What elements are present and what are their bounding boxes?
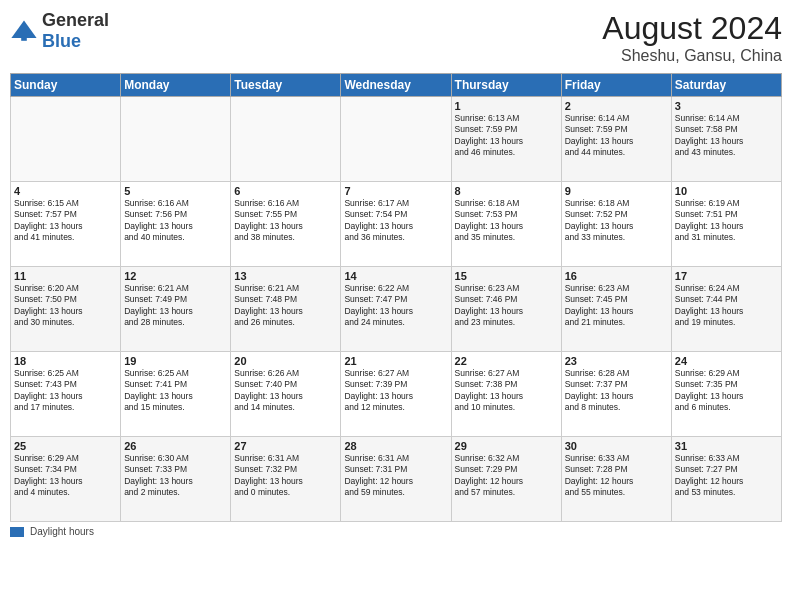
day-info: Sunrise: 6:24 AM Sunset: 7:44 PM Dayligh… [675,283,778,329]
header: General Blue August 2024 Sheshu, Gansu, … [10,10,782,65]
calendar-cell: 25Sunrise: 6:29 AM Sunset: 7:34 PM Dayli… [11,437,121,522]
day-info: Sunrise: 6:16 AM Sunset: 7:56 PM Dayligh… [124,198,227,244]
day-number: 9 [565,185,668,197]
location: Sheshu, Gansu, China [602,47,782,65]
calendar-cell: 15Sunrise: 6:23 AM Sunset: 7:46 PM Dayli… [451,267,561,352]
day-number: 5 [124,185,227,197]
calendar-cell: 2Sunrise: 6:14 AM Sunset: 7:59 PM Daylig… [561,97,671,182]
page-container: General Blue August 2024 Sheshu, Gansu, … [0,0,792,612]
svg-rect-1 [21,37,27,41]
month-year: August 2024 [602,10,782,47]
day-info: Sunrise: 6:32 AM Sunset: 7:29 PM Dayligh… [455,453,558,499]
calendar-cell: 16Sunrise: 6:23 AM Sunset: 7:45 PM Dayli… [561,267,671,352]
calendar-cell: 13Sunrise: 6:21 AM Sunset: 7:48 PM Dayli… [231,267,341,352]
calendar-cell: 6Sunrise: 6:16 AM Sunset: 7:55 PM Daylig… [231,182,341,267]
calendar-cell: 5Sunrise: 6:16 AM Sunset: 7:56 PM Daylig… [121,182,231,267]
day-info: Sunrise: 6:19 AM Sunset: 7:51 PM Dayligh… [675,198,778,244]
day-number: 12 [124,270,227,282]
day-number: 30 [565,440,668,452]
day-info: Sunrise: 6:20 AM Sunset: 7:50 PM Dayligh… [14,283,117,329]
calendar-header-saturday: Saturday [671,74,781,97]
calendar-header-wednesday: Wednesday [341,74,451,97]
day-number: 3 [675,100,778,112]
calendar-cell: 31Sunrise: 6:33 AM Sunset: 7:27 PM Dayli… [671,437,781,522]
logo-general: General [42,10,109,30]
day-number: 15 [455,270,558,282]
day-info: Sunrise: 6:25 AM Sunset: 7:43 PM Dayligh… [14,368,117,414]
day-info: Sunrise: 6:15 AM Sunset: 7:57 PM Dayligh… [14,198,117,244]
day-number: 28 [344,440,447,452]
day-number: 4 [14,185,117,197]
legend-label: Daylight hours [30,526,94,537]
day-number: 26 [124,440,227,452]
day-info: Sunrise: 6:18 AM Sunset: 7:52 PM Dayligh… [565,198,668,244]
calendar-cell: 19Sunrise: 6:25 AM Sunset: 7:41 PM Dayli… [121,352,231,437]
calendar-cell: 14Sunrise: 6:22 AM Sunset: 7:47 PM Dayli… [341,267,451,352]
calendar-cell: 17Sunrise: 6:24 AM Sunset: 7:44 PM Dayli… [671,267,781,352]
day-info: Sunrise: 6:25 AM Sunset: 7:41 PM Dayligh… [124,368,227,414]
calendar-cell: 30Sunrise: 6:33 AM Sunset: 7:28 PM Dayli… [561,437,671,522]
calendar-cell: 11Sunrise: 6:20 AM Sunset: 7:50 PM Dayli… [11,267,121,352]
day-number: 31 [675,440,778,452]
calendar-week-5: 25Sunrise: 6:29 AM Sunset: 7:34 PM Dayli… [11,437,782,522]
calendar-header-friday: Friday [561,74,671,97]
day-number: 7 [344,185,447,197]
day-info: Sunrise: 6:13 AM Sunset: 7:59 PM Dayligh… [455,113,558,159]
calendar-cell: 27Sunrise: 6:31 AM Sunset: 7:32 PM Dayli… [231,437,341,522]
calendar-cell: 20Sunrise: 6:26 AM Sunset: 7:40 PM Dayli… [231,352,341,437]
calendar-cell [341,97,451,182]
calendar-week-4: 18Sunrise: 6:25 AM Sunset: 7:43 PM Dayli… [11,352,782,437]
day-number: 23 [565,355,668,367]
day-number: 22 [455,355,558,367]
day-info: Sunrise: 6:23 AM Sunset: 7:46 PM Dayligh… [455,283,558,329]
calendar-cell [11,97,121,182]
calendar-cell: 3Sunrise: 6:14 AM Sunset: 7:58 PM Daylig… [671,97,781,182]
logo-icon [10,17,38,45]
calendar-header-thursday: Thursday [451,74,561,97]
day-number: 16 [565,270,668,282]
calendar-header-row: SundayMondayTuesdayWednesdayThursdayFrid… [11,74,782,97]
day-info: Sunrise: 6:14 AM Sunset: 7:59 PM Dayligh… [565,113,668,159]
calendar-cell: 24Sunrise: 6:29 AM Sunset: 7:35 PM Dayli… [671,352,781,437]
calendar-header-sunday: Sunday [11,74,121,97]
day-info: Sunrise: 6:26 AM Sunset: 7:40 PM Dayligh… [234,368,337,414]
legend-color-box [10,527,24,537]
day-info: Sunrise: 6:14 AM Sunset: 7:58 PM Dayligh… [675,113,778,159]
day-info: Sunrise: 6:21 AM Sunset: 7:48 PM Dayligh… [234,283,337,329]
calendar-cell [121,97,231,182]
day-info: Sunrise: 6:23 AM Sunset: 7:45 PM Dayligh… [565,283,668,329]
day-info: Sunrise: 6:31 AM Sunset: 7:31 PM Dayligh… [344,453,447,499]
day-number: 14 [344,270,447,282]
calendar-cell: 1Sunrise: 6:13 AM Sunset: 7:59 PM Daylig… [451,97,561,182]
day-info: Sunrise: 6:29 AM Sunset: 7:35 PM Dayligh… [675,368,778,414]
day-info: Sunrise: 6:21 AM Sunset: 7:49 PM Dayligh… [124,283,227,329]
day-number: 13 [234,270,337,282]
day-number: 10 [675,185,778,197]
day-number: 11 [14,270,117,282]
legend: Daylight hours [10,526,782,537]
calendar-week-3: 11Sunrise: 6:20 AM Sunset: 7:50 PM Dayli… [11,267,782,352]
day-number: 24 [675,355,778,367]
calendar-cell: 7Sunrise: 6:17 AM Sunset: 7:54 PM Daylig… [341,182,451,267]
logo-blue: Blue [42,31,81,51]
calendar-cell: 29Sunrise: 6:32 AM Sunset: 7:29 PM Dayli… [451,437,561,522]
calendar-cell [231,97,341,182]
title-block: August 2024 Sheshu, Gansu, China [602,10,782,65]
calendar-cell: 10Sunrise: 6:19 AM Sunset: 7:51 PM Dayli… [671,182,781,267]
calendar-week-2: 4Sunrise: 6:15 AM Sunset: 7:57 PM Daylig… [11,182,782,267]
calendar-cell: 28Sunrise: 6:31 AM Sunset: 7:31 PM Dayli… [341,437,451,522]
calendar-cell: 4Sunrise: 6:15 AM Sunset: 7:57 PM Daylig… [11,182,121,267]
calendar-cell: 18Sunrise: 6:25 AM Sunset: 7:43 PM Dayli… [11,352,121,437]
day-number: 29 [455,440,558,452]
day-info: Sunrise: 6:30 AM Sunset: 7:33 PM Dayligh… [124,453,227,499]
calendar-cell: 8Sunrise: 6:18 AM Sunset: 7:53 PM Daylig… [451,182,561,267]
calendar-table: SundayMondayTuesdayWednesdayThursdayFrid… [10,73,782,522]
day-number: 2 [565,100,668,112]
logo: General Blue [10,10,109,52]
day-info: Sunrise: 6:27 AM Sunset: 7:38 PM Dayligh… [455,368,558,414]
calendar-header-monday: Monday [121,74,231,97]
day-info: Sunrise: 6:28 AM Sunset: 7:37 PM Dayligh… [565,368,668,414]
calendar-header-tuesday: Tuesday [231,74,341,97]
day-info: Sunrise: 6:31 AM Sunset: 7:32 PM Dayligh… [234,453,337,499]
day-info: Sunrise: 6:29 AM Sunset: 7:34 PM Dayligh… [14,453,117,499]
